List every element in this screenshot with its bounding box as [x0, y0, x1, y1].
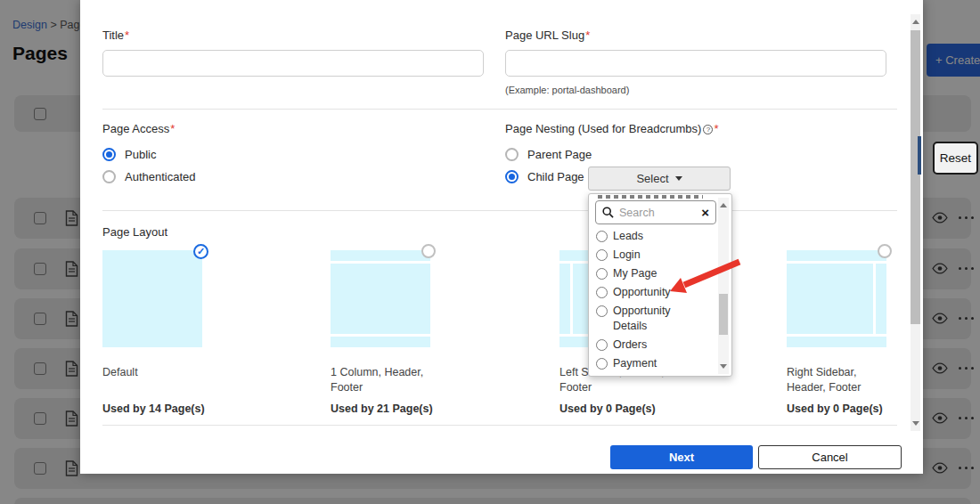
check-circle-icon: ✓ [193, 244, 208, 259]
title-input[interactable] [102, 50, 484, 77]
layout-footer-strip [787, 337, 886, 347]
dropdown-option-list: Leads Login My Page Opportunity Opportun… [596, 227, 717, 373]
radio-icon[interactable] [596, 305, 608, 317]
radio-icon[interactable] [596, 249, 608, 261]
layout-card-right-sidebar[interactable] [787, 250, 886, 347]
radio-authenticated-label: Authenticated [125, 170, 196, 183]
layout-footer-strip [331, 337, 430, 347]
radio-child-label: Child Page [527, 170, 584, 183]
page-nesting-label: Page Nesting (Used for Breadcrumbs)?* [505, 122, 718, 135]
divider [102, 210, 897, 211]
layout-name: Right Sidebar, Header, Footer [787, 365, 895, 395]
dropdown-search-box[interactable]: × [595, 200, 716, 224]
layout-card-default[interactable]: ✓ [102, 250, 202, 347]
scrollbar-thumb[interactable] [719, 294, 728, 335]
page-access-label: Page Access* [102, 122, 175, 135]
radio-icon[interactable] [505, 148, 519, 161]
layout-header-strip [787, 250, 886, 261]
title-label: Title* [102, 28, 129, 42]
radio-icon[interactable] [596, 339, 608, 351]
layout-left-sidebar [559, 264, 570, 334]
layout-main-area [787, 264, 873, 334]
slug-label: Page URL Slug* [505, 28, 590, 42]
parent-select-button[interactable]: Select [588, 167, 731, 191]
layout-card-1-column[interactable] [331, 250, 430, 347]
radio-public[interactable]: Public [102, 148, 156, 161]
chevron-down-icon [675, 176, 682, 181]
option-payment[interactable]: Payment [596, 354, 717, 373]
dropdown-search-input[interactable] [619, 207, 689, 219]
next-button[interactable]: Next [610, 445, 753, 469]
info-icon: ? [703, 125, 713, 134]
radio-icon[interactable] [596, 287, 608, 298]
dropdown-scrollbar[interactable] [718, 198, 729, 374]
reset-button[interactable]: Reset [933, 142, 978, 175]
layout-usage: Used by 21 Page(s) [331, 402, 446, 415]
create-page-modal: Title* Page URL Slug* (Example: portal-d… [80, 0, 923, 474]
radio-parent-page[interactable]: Parent Page [505, 148, 592, 161]
required-asterisk: * [125, 28, 129, 42]
scroll-down-icon[interactable] [912, 421, 919, 426]
search-button-edge [918, 136, 921, 175]
cancel-button[interactable]: Cancel [758, 445, 902, 469]
option-leads[interactable]: Leads [596, 227, 717, 246]
divider [102, 109, 897, 110]
search-icon [602, 207, 614, 218]
option-orders[interactable]: Orders [596, 336, 717, 354]
radio-icon[interactable] [505, 170, 519, 183]
screen: Design > Page Pages + Create Reset Title… [0, 0, 980, 504]
layout-usage: Used by 14 Page(s) [102, 402, 218, 415]
clipped-option [598, 195, 703, 199]
layout-name: Default [102, 365, 211, 380]
radio-icon[interactable] [596, 231, 608, 242]
radio-icon[interactable] [596, 268, 608, 280]
radio-unselected-icon[interactable] [878, 244, 892, 258]
layout-main-area [331, 264, 430, 334]
radio-public-label: Public [125, 148, 156, 161]
radio-authenticated[interactable]: Authenticated [102, 170, 196, 183]
parent-page-dropdown: × Leads Login My Page Opportunity Opport… [588, 193, 732, 377]
slug-input[interactable] [505, 50, 886, 77]
modal-scrollbar[interactable] [911, 14, 920, 431]
layout-usage: Used by 0 Page(s) [787, 402, 902, 415]
scroll-down-icon[interactable] [720, 364, 727, 369]
layout-header-strip [331, 250, 430, 261]
scrollbar-thumb[interactable] [911, 30, 920, 324]
layout-right-sidebar [876, 264, 886, 334]
slug-help-text: (Example: portal-dashboard) [505, 85, 629, 95]
scroll-up-icon[interactable] [912, 20, 919, 24]
radio-icon[interactable] [102, 148, 116, 161]
layout-usage: Used by 0 Page(s) [559, 402, 675, 415]
option-opportunity[interactable]: Opportunity [596, 283, 717, 302]
option-my-page[interactable]: My Page [596, 264, 717, 283]
scroll-up-icon[interactable] [720, 203, 727, 207]
divider [102, 425, 897, 426]
layout-name: 1 Column, Header, Footer [331, 365, 439, 395]
option-login[interactable]: Login [596, 246, 717, 264]
option-opportunity-details[interactable]: Opportunity Details [596, 302, 717, 336]
radio-icon[interactable] [596, 358, 608, 370]
clear-icon[interactable]: × [701, 206, 709, 219]
radio-parent-label: Parent Page [527, 148, 592, 161]
radio-unselected-icon[interactable] [421, 244, 436, 258]
page-layout-label: Page Layout [102, 225, 167, 239]
radio-icon[interactable] [102, 170, 116, 183]
required-asterisk: * [585, 28, 590, 42]
radio-child-page[interactable]: Child Page [505, 170, 584, 183]
